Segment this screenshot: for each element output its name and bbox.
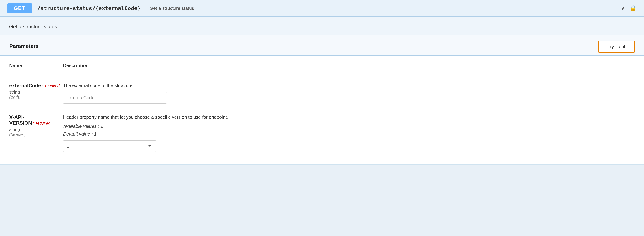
param-name-col-externalcode: externalCode*required string (path) (9, 83, 63, 100)
param-row-xapiversion: X-API-VERSION*required string (header) H… (9, 109, 635, 157)
lock-icon: 🔒 (630, 5, 637, 12)
param-desc-col-0: The external code of the structure (63, 83, 635, 104)
try-it-out-button[interactable]: Try it out (598, 41, 635, 52)
param-name-externalcode: externalCode*required (9, 83, 58, 88)
api-path: /structure-status/{externalCode} (37, 5, 141, 11)
api-description: Get a structure status. (0, 17, 644, 35)
param-type-0: string (9, 90, 58, 95)
param-location-0: (path) (9, 95, 58, 100)
api-summary: Get a structure status (150, 5, 194, 11)
select-wrapper-1: 1 (63, 140, 156, 152)
required-label-1: required (36, 121, 50, 126)
param-name-col-xapiversion: X-API-VERSION*required string (header) (9, 114, 63, 137)
required-star-0: * (42, 84, 44, 88)
collapse-icon[interactable]: ∧ (621, 5, 625, 12)
param-row-externalcode: externalCode*required string (path) The … (9, 77, 635, 109)
api-block: GET /structure-status/{externalCode} Get… (0, 0, 644, 165)
param-location-1: (header) (9, 132, 58, 137)
parameters-section: Parameters Try it out Name Description e… (0, 35, 644, 165)
default-value-1: Default value : 1 (63, 131, 635, 137)
parameters-header: Parameters Try it out (0, 35, 644, 56)
method-badge: GET (7, 3, 32, 13)
required-label-0: required (45, 84, 60, 88)
externalcode-input[interactable] (63, 92, 167, 104)
param-type-1: string (9, 127, 58, 132)
param-name-xapiversion: X-API-VERSION*required (9, 114, 58, 126)
available-values-1: Available values : 1 (63, 124, 635, 129)
xapiversion-select[interactable]: 1 (63, 140, 156, 152)
param-description-0: The external code of the structure (63, 83, 635, 88)
params-col-headers: Name Description (9, 63, 635, 72)
param-desc-col-1: Header property name that let you choose… (63, 114, 635, 152)
col-header-name: Name (9, 63, 63, 68)
description-text: Get a structure status. (9, 24, 58, 29)
param-description-1: Header property name that let you choose… (63, 114, 635, 120)
params-table: Name Description externalCode*required s… (0, 56, 644, 165)
col-header-description: Description (63, 63, 88, 68)
parameters-title: Parameters (9, 43, 38, 53)
required-star-1: * (33, 121, 34, 126)
header-actions: ∧ 🔒 (621, 5, 637, 12)
api-header: GET /structure-status/{externalCode} Get… (0, 0, 644, 17)
